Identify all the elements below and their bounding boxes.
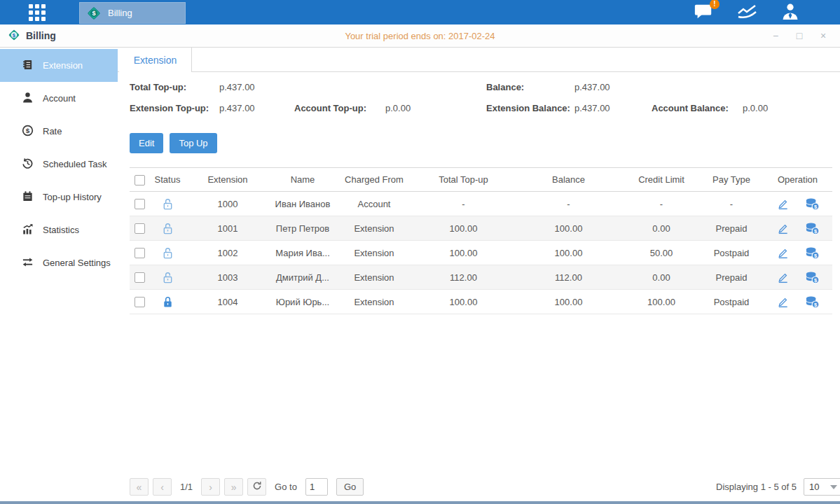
sidebar-item-label: General Settings: [43, 258, 111, 268]
cell-name: Иван Иванов: [270, 192, 336, 216]
cell-total-topup: 100.00: [413, 216, 514, 241]
apps-grid-icon[interactable]: [25, 4, 50, 22]
cell-pay-type: Postpaid: [700, 290, 763, 314]
tab-extension[interactable]: Extension: [119, 48, 192, 72]
topup-coins-icon[interactable]: $: [805, 271, 820, 284]
column-header: Operation: [763, 168, 832, 192]
extension-balance-value: p.437.00: [574, 103, 652, 113]
cell-total-topup: -: [413, 192, 514, 216]
chevron-down-icon: [830, 485, 837, 489]
sidebar-item-topup-history[interactable]: Top-up History: [0, 181, 118, 214]
table-row: 1004Юрий Юрь...Extension100.00100.00100.…: [130, 290, 832, 314]
table-row: 1003Дмитрий Д...Extension112.00112.000.0…: [130, 265, 832, 290]
sidebar-item-account[interactable]: Account: [0, 82, 118, 115]
top-up-button[interactable]: Top Up: [170, 133, 216, 153]
edit-button[interactable]: Edit: [130, 133, 163, 153]
cell-extension: 1000: [186, 192, 270, 216]
svg-text:$: $: [92, 10, 95, 17]
toolbar: Edit Top Up: [130, 133, 840, 153]
column-header: Credit Limit: [623, 168, 700, 192]
topup-coins-icon[interactable]: $: [805, 197, 820, 211]
cell-charged-from: Extension: [336, 216, 413, 241]
lock-open-icon: [162, 246, 174, 260]
edit-pencil-icon[interactable]: [776, 222, 790, 235]
cell-balance: 100.00: [514, 216, 623, 241]
balance-label: Balance:: [486, 82, 574, 92]
go-button[interactable]: Go: [336, 478, 364, 496]
cell-credit-limit: 100.00: [623, 290, 700, 314]
cell-name: Мария Ива...: [270, 241, 336, 265]
extension-balance-label: Extension Balance:: [486, 103, 574, 113]
page-indicator: 1/1: [180, 482, 193, 492]
refresh-button[interactable]: [247, 478, 266, 496]
table-header-row: StatusExtensionNameCharged FromTotal Top…: [130, 168, 832, 192]
table-row: 1000Иван ИвановAccount----$: [130, 192, 832, 216]
lock-closed-icon: [162, 295, 174, 309]
column-header: Name: [270, 168, 336, 192]
total-topup-value: p.437.00: [219, 82, 255, 92]
rate-icon: $: [22, 125, 34, 139]
window-bottom-edge: [0, 501, 840, 504]
total-topup-label: Total Top-up:: [130, 82, 219, 92]
row-checkbox[interactable]: [135, 272, 145, 283]
cell-charged-from: Extension: [336, 241, 413, 265]
row-checkbox[interactable]: [135, 223, 145, 234]
row-checkbox[interactable]: [135, 199, 145, 209]
page-size-select[interactable]: 10: [804, 478, 840, 496]
page-size-value: 10: [809, 482, 819, 492]
topup-history-icon: [22, 190, 34, 204]
cell-extension: 1004: [186, 290, 270, 314]
trial-notice: Your trial period ends on: 2017-02-24: [0, 31, 840, 41]
account-topup-value: p.0.00: [385, 103, 411, 113]
sidebar-item-statistics[interactable]: Statistics: [0, 214, 118, 246]
balance-summary: Total Top-up: p.437.00 Extension Top-up:…: [130, 82, 840, 124]
sidebar-item-extension[interactable]: Extension: [0, 49, 118, 82]
edit-pencil-icon[interactable]: [776, 295, 790, 309]
line-chart-icon: [736, 3, 757, 22]
sidebar-item-label: Account: [43, 93, 76, 104]
edit-pencil-icon[interactable]: [776, 197, 790, 211]
topup-coins-icon[interactable]: $: [805, 222, 820, 235]
sidebar-item-label: Extension: [43, 60, 83, 71]
close-button[interactable]: ×: [818, 30, 829, 41]
prev-page-button[interactable]: ‹: [153, 478, 172, 496]
notifications-button[interactable]: !: [692, 4, 715, 22]
sidebar-item-scheduled-task[interactable]: Scheduled Task: [0, 148, 118, 181]
topbar-tab-billing[interactable]: $ Billing: [79, 2, 186, 24]
edit-pencil-icon[interactable]: [776, 246, 790, 260]
topup-coins-icon[interactable]: $: [805, 246, 820, 260]
minimize-button[interactable]: −: [770, 30, 781, 41]
topup-coins-icon[interactable]: $: [805, 295, 820, 309]
next-page-button[interactable]: ›: [201, 478, 220, 496]
reports-button[interactable]: [736, 4, 758, 22]
sidebar-item-label: Scheduled Task: [43, 159, 107, 169]
cell-pay-type: Postpaid: [700, 241, 763, 265]
cell-credit-limit: 0.00: [623, 216, 700, 241]
user-menu-button[interactable]: [779, 4, 801, 22]
first-page-button[interactable]: «: [130, 478, 149, 496]
row-checkbox[interactable]: [135, 297, 145, 307]
cell-total-topup: 112.00: [413, 265, 514, 290]
table-row: 1002Мария Ива...Extension100.00100.0050.…: [130, 241, 832, 265]
cell-charged-from: Extension: [336, 290, 413, 314]
cell-status: [149, 290, 186, 314]
cell-status: [149, 192, 186, 216]
select-all-checkbox[interactable]: [135, 175, 145, 186]
sidebar: ExtensionAccount$RateScheduled TaskTop-u…: [0, 48, 118, 501]
svg-text:$: $: [26, 127, 30, 134]
cell-status: [149, 265, 186, 290]
cell-credit-limit: 0.00: [623, 265, 700, 290]
extension-topup-label: Extension Top-up:: [130, 103, 219, 113]
cell-balance: -: [514, 192, 623, 216]
billing-dollar-diamond-icon: $: [85, 5, 102, 22]
edit-pencil-icon[interactable]: [776, 271, 790, 284]
row-checkbox[interactable]: [135, 248, 145, 258]
sidebar-item-rate[interactable]: $Rate: [0, 115, 118, 148]
last-page-button[interactable]: »: [224, 478, 243, 496]
cell-total-topup: 100.00: [413, 241, 514, 265]
sidebar-item-general-settings[interactable]: General Settings: [0, 246, 118, 279]
goto-page-input[interactable]: [305, 478, 328, 496]
cell-extension: 1003: [186, 265, 270, 290]
maximize-button[interactable]: □: [794, 30, 805, 41]
notification-badge: !: [710, 0, 719, 9]
